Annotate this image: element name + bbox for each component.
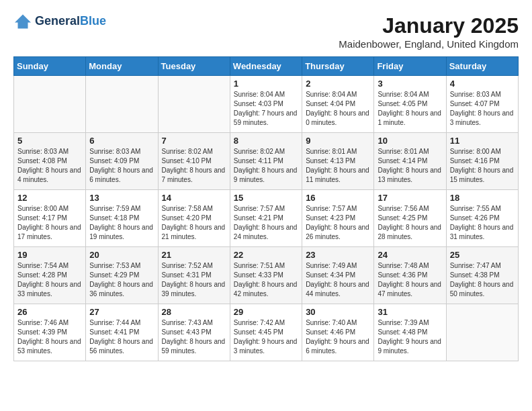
- day-cell: 12Sunrise: 8:00 AM Sunset: 4:17 PM Dayli…: [14, 190, 86, 247]
- col-header-thursday: Thursday: [302, 57, 374, 76]
- day-number: 25: [450, 250, 515, 260]
- logo-text: GeneralBlue: [35, 15, 106, 28]
- day-number: 19: [17, 250, 82, 260]
- calendar-subtitle: Maidenbower, England, United Kingdom: [339, 38, 519, 50]
- day-number: 12: [17, 193, 82, 203]
- day-details: Sunrise: 8:03 AM Sunset: 4:08 PM Dayligh…: [17, 147, 82, 185]
- day-number: 30: [306, 307, 370, 317]
- col-header-tuesday: Tuesday: [158, 57, 230, 76]
- day-cell: 24Sunrise: 7:48 AM Sunset: 4:36 PM Dayli…: [374, 247, 446, 304]
- day-number: 13: [89, 193, 154, 203]
- day-cell: 1Sunrise: 8:04 AM Sunset: 4:03 PM Daylig…: [230, 76, 302, 133]
- day-details: Sunrise: 7:55 AM Sunset: 4:26 PM Dayligh…: [450, 204, 515, 242]
- day-cell: 20Sunrise: 7:53 AM Sunset: 4:29 PM Dayli…: [86, 247, 158, 304]
- day-details: Sunrise: 7:48 AM Sunset: 4:36 PM Dayligh…: [378, 261, 442, 299]
- day-cell: 22Sunrise: 7:51 AM Sunset: 4:33 PM Dayli…: [230, 247, 302, 304]
- day-number: 3: [378, 79, 442, 89]
- day-cell: [158, 76, 230, 133]
- day-number: 16: [306, 193, 370, 203]
- day-details: Sunrise: 7:56 AM Sunset: 4:25 PM Dayligh…: [378, 204, 442, 242]
- day-number: 10: [378, 136, 442, 146]
- day-cell: 29Sunrise: 7:42 AM Sunset: 4:45 PM Dayli…: [230, 304, 302, 361]
- day-details: Sunrise: 7:43 AM Sunset: 4:43 PM Dayligh…: [162, 318, 226, 356]
- logo: GeneralBlue: [13, 13, 106, 30]
- day-details: Sunrise: 7:44 AM Sunset: 4:41 PM Dayligh…: [89, 318, 154, 356]
- day-details: Sunrise: 7:57 AM Sunset: 4:23 PM Dayligh…: [306, 204, 370, 242]
- day-number: 4: [450, 79, 515, 89]
- day-number: 24: [378, 250, 442, 260]
- day-cell: 30Sunrise: 7:40 AM Sunset: 4:46 PM Dayli…: [302, 304, 374, 361]
- col-header-friday: Friday: [374, 57, 446, 76]
- day-number: 5: [17, 136, 82, 146]
- day-details: Sunrise: 8:04 AM Sunset: 4:04 PM Dayligh…: [306, 90, 370, 128]
- day-details: Sunrise: 8:00 AM Sunset: 4:17 PM Dayligh…: [17, 204, 82, 242]
- day-cell: 23Sunrise: 7:49 AM Sunset: 4:34 PM Dayli…: [302, 247, 374, 304]
- day-cell: 28Sunrise: 7:43 AM Sunset: 4:43 PM Dayli…: [158, 304, 230, 361]
- day-cell: 21Sunrise: 7:52 AM Sunset: 4:31 PM Dayli…: [158, 247, 230, 304]
- day-details: Sunrise: 7:46 AM Sunset: 4:39 PM Dayligh…: [17, 318, 82, 356]
- col-header-saturday: Saturday: [446, 57, 518, 76]
- day-cell: 27Sunrise: 7:44 AM Sunset: 4:41 PM Dayli…: [86, 304, 158, 361]
- title-block: January 2025 Maidenbower, England, Unite…: [339, 13, 519, 50]
- day-cell: 3Sunrise: 8:04 AM Sunset: 4:05 PM Daylig…: [374, 76, 446, 133]
- day-details: Sunrise: 8:04 AM Sunset: 4:05 PM Dayligh…: [378, 90, 442, 128]
- col-header-monday: Monday: [86, 57, 158, 76]
- day-cell: 6Sunrise: 8:03 AM Sunset: 4:09 PM Daylig…: [86, 133, 158, 190]
- day-number: 17: [378, 193, 442, 203]
- day-number: 8: [234, 136, 298, 146]
- day-number: 7: [162, 136, 226, 146]
- day-number: 28: [162, 307, 226, 317]
- day-cell: [446, 304, 518, 361]
- day-cell: 2Sunrise: 8:04 AM Sunset: 4:04 PM Daylig…: [302, 76, 374, 133]
- day-number: 1: [234, 79, 298, 89]
- day-number: 22: [234, 250, 298, 260]
- day-number: 26: [17, 307, 82, 317]
- day-details: Sunrise: 7:39 AM Sunset: 4:48 PM Dayligh…: [378, 318, 442, 356]
- day-number: 23: [306, 250, 370, 260]
- day-cell: 26Sunrise: 7:46 AM Sunset: 4:39 PM Dayli…: [14, 304, 86, 361]
- day-details: Sunrise: 7:54 AM Sunset: 4:28 PM Dayligh…: [17, 261, 82, 299]
- day-details: Sunrise: 8:04 AM Sunset: 4:03 PM Dayligh…: [234, 90, 298, 128]
- day-cell: 9Sunrise: 8:01 AM Sunset: 4:13 PM Daylig…: [302, 133, 374, 190]
- day-cell: 11Sunrise: 8:00 AM Sunset: 4:16 PM Dayli…: [446, 133, 518, 190]
- day-cell: 7Sunrise: 8:02 AM Sunset: 4:10 PM Daylig…: [158, 133, 230, 190]
- calendar-table: SundayMondayTuesdayWednesdayThursdayFrid…: [13, 56, 519, 361]
- week-row-3: 12Sunrise: 8:00 AM Sunset: 4:17 PM Dayli…: [14, 190, 519, 247]
- day-cell: 5Sunrise: 8:03 AM Sunset: 4:08 PM Daylig…: [14, 133, 86, 190]
- day-number: 2: [306, 79, 370, 89]
- svg-marker-0: [15, 15, 31, 29]
- week-row-4: 19Sunrise: 7:54 AM Sunset: 4:28 PM Dayli…: [14, 247, 519, 304]
- day-cell: 18Sunrise: 7:55 AM Sunset: 4:26 PM Dayli…: [446, 190, 518, 247]
- day-details: Sunrise: 8:03 AM Sunset: 4:07 PM Dayligh…: [450, 90, 515, 128]
- week-row-1: 1Sunrise: 8:04 AM Sunset: 4:03 PM Daylig…: [14, 76, 519, 133]
- col-header-wednesday: Wednesday: [230, 57, 302, 76]
- day-details: Sunrise: 7:47 AM Sunset: 4:38 PM Dayligh…: [450, 261, 515, 299]
- day-details: Sunrise: 7:59 AM Sunset: 4:18 PM Dayligh…: [89, 204, 154, 242]
- day-details: Sunrise: 8:02 AM Sunset: 4:11 PM Dayligh…: [234, 147, 298, 185]
- day-cell: [86, 76, 158, 133]
- day-number: 11: [450, 136, 515, 146]
- day-cell: 4Sunrise: 8:03 AM Sunset: 4:07 PM Daylig…: [446, 76, 518, 133]
- page-header: GeneralBlue January 2025 Maidenbower, En…: [13, 13, 519, 50]
- day-number: 20: [89, 250, 154, 260]
- day-cell: 8Sunrise: 8:02 AM Sunset: 4:11 PM Daylig…: [230, 133, 302, 190]
- day-cell: 17Sunrise: 7:56 AM Sunset: 4:25 PM Dayli…: [374, 190, 446, 247]
- day-details: Sunrise: 7:52 AM Sunset: 4:31 PM Dayligh…: [162, 261, 226, 299]
- day-details: Sunrise: 8:01 AM Sunset: 4:14 PM Dayligh…: [378, 147, 442, 185]
- day-cell: 19Sunrise: 7:54 AM Sunset: 4:28 PM Dayli…: [14, 247, 86, 304]
- day-details: Sunrise: 7:51 AM Sunset: 4:33 PM Dayligh…: [234, 261, 298, 299]
- day-cell: 14Sunrise: 7:58 AM Sunset: 4:20 PM Dayli…: [158, 190, 230, 247]
- day-details: Sunrise: 8:00 AM Sunset: 4:16 PM Dayligh…: [450, 147, 515, 185]
- day-cell: 15Sunrise: 7:57 AM Sunset: 4:21 PM Dayli…: [230, 190, 302, 247]
- day-details: Sunrise: 7:57 AM Sunset: 4:21 PM Dayligh…: [234, 204, 298, 242]
- day-number: 6: [89, 136, 154, 146]
- day-cell: [14, 76, 86, 133]
- day-details: Sunrise: 7:49 AM Sunset: 4:34 PM Dayligh…: [306, 261, 370, 299]
- day-number: 29: [234, 307, 298, 317]
- day-details: Sunrise: 8:02 AM Sunset: 4:10 PM Dayligh…: [162, 147, 226, 185]
- day-cell: 13Sunrise: 7:59 AM Sunset: 4:18 PM Dayli…: [86, 190, 158, 247]
- header-row: SundayMondayTuesdayWednesdayThursdayFrid…: [14, 57, 519, 76]
- day-number: 27: [89, 307, 154, 317]
- day-details: Sunrise: 8:01 AM Sunset: 4:13 PM Dayligh…: [306, 147, 370, 185]
- col-header-sunday: Sunday: [14, 57, 86, 76]
